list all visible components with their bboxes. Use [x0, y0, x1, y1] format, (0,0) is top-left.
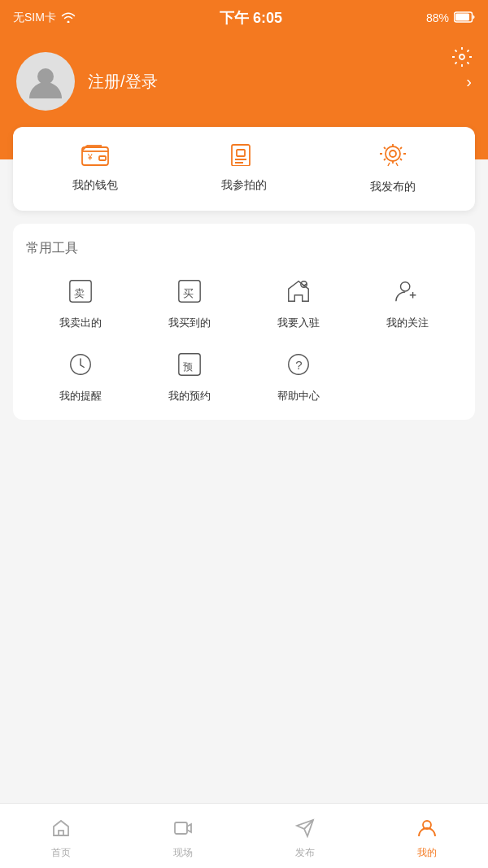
nav-mine[interactable]: 我的	[366, 812, 488, 860]
remind-label: 我的提醒	[59, 389, 102, 403]
help-icon: ?	[281, 347, 316, 382]
reserve-label: 我的预约	[168, 389, 211, 403]
svg-rect-22	[59, 831, 63, 835]
svg-point-16	[401, 282, 410, 291]
svg-rect-8	[237, 150, 245, 156]
tools-grid: 卖 我卖出的 买 我买到的 我要	[26, 273, 462, 403]
svg-rect-1	[455, 13, 469, 20]
published-label: 我发布的	[370, 180, 416, 194]
svg-point-2	[460, 55, 464, 59]
status-bar: 无SIM卡 下午 6:05 88%	[0, 0, 488, 36]
help-label: 帮助中心	[277, 389, 320, 403]
participated-icon	[230, 143, 258, 172]
bought-label: 我买到的	[168, 316, 211, 330]
battery-text: 88%	[426, 11, 449, 24]
svg-text:预: 预	[183, 361, 193, 373]
svg-rect-5	[99, 156, 106, 160]
profile-name: 注册/登录	[88, 72, 158, 90]
status-time: 下午 6:05	[220, 8, 282, 28]
follow-icon	[390, 273, 425, 309]
tool-settle[interactable]: 我要入驻	[244, 273, 353, 330]
nav-live-label: 现场	[173, 846, 193, 860]
nav-live[interactable]: 现场	[122, 812, 244, 860]
bottom-nav: 首页 现场 发布 我的	[0, 803, 488, 868]
settings-icon[interactable]	[451, 46, 473, 73]
follow-label: 我的关注	[386, 316, 429, 330]
quick-action-wallet[interactable]: ¥ 我的钱包	[21, 143, 170, 194]
profile-arrow: ›	[466, 72, 472, 91]
svg-text:?: ?	[295, 358, 302, 372]
tools-title: 常用工具	[26, 240, 462, 257]
avatar[interactable]	[16, 52, 75, 111]
svg-point-9	[386, 146, 400, 161]
tool-reserve[interactable]: 预 我的预约	[135, 347, 244, 403]
nav-home-label: 首页	[51, 846, 71, 860]
wallet-label: 我的钱包	[72, 178, 118, 193]
tools-section: 常用工具 卖 我卖出的 买 我买到的	[13, 224, 475, 420]
sell-icon: 卖	[63, 273, 98, 309]
wallet-icon: ¥	[81, 143, 109, 172]
sold-label: 我卖出的	[59, 316, 102, 330]
tool-help[interactable]: ? 帮助中心	[244, 347, 353, 403]
nav-publish-label: 发布	[295, 846, 315, 860]
settle-label: 我要入驻	[277, 316, 320, 330]
reserve-icon: 预	[172, 347, 207, 382]
sim-text: 无SIM卡	[13, 11, 56, 25]
tool-bought[interactable]: 买 我买到的	[135, 273, 244, 330]
tool-remind[interactable]: 我的提醒	[26, 347, 135, 403]
tool-follow[interactable]: 我的关注	[353, 273, 462, 330]
svg-text:¥: ¥	[87, 153, 93, 162]
home-icon	[51, 818, 71, 843]
nav-publish[interactable]: 发布	[244, 812, 366, 860]
mine-icon	[417, 818, 437, 843]
quick-action-published[interactable]: 我发布的	[318, 143, 467, 194]
participated-label: 我参拍的	[221, 178, 267, 193]
quick-actions-card: ¥ 我的钱包 我参拍的 我发布的	[13, 127, 475, 211]
tool-sold[interactable]: 卖 我卖出的	[26, 273, 135, 330]
wifi-icon	[61, 11, 76, 25]
live-icon	[173, 818, 193, 843]
publish-icon	[295, 818, 315, 843]
profile-info[interactable]: 注册/登录	[88, 71, 466, 93]
svg-text:卖: 卖	[74, 287, 85, 299]
nav-home[interactable]: 首页	[0, 812, 122, 860]
nav-mine-label: 我的	[417, 846, 437, 860]
buy-icon: 买	[172, 273, 207, 309]
battery-icon	[454, 11, 475, 25]
status-right: 88%	[426, 11, 475, 25]
settle-icon	[281, 273, 316, 309]
svg-rect-23	[175, 822, 187, 834]
svg-text:买: 买	[183, 287, 194, 299]
status-left: 无SIM卡	[13, 11, 76, 25]
svg-point-10	[390, 150, 396, 157]
published-icon	[379, 143, 407, 173]
quick-action-participated[interactable]: 我参拍的	[170, 143, 319, 194]
remind-icon	[63, 347, 98, 382]
